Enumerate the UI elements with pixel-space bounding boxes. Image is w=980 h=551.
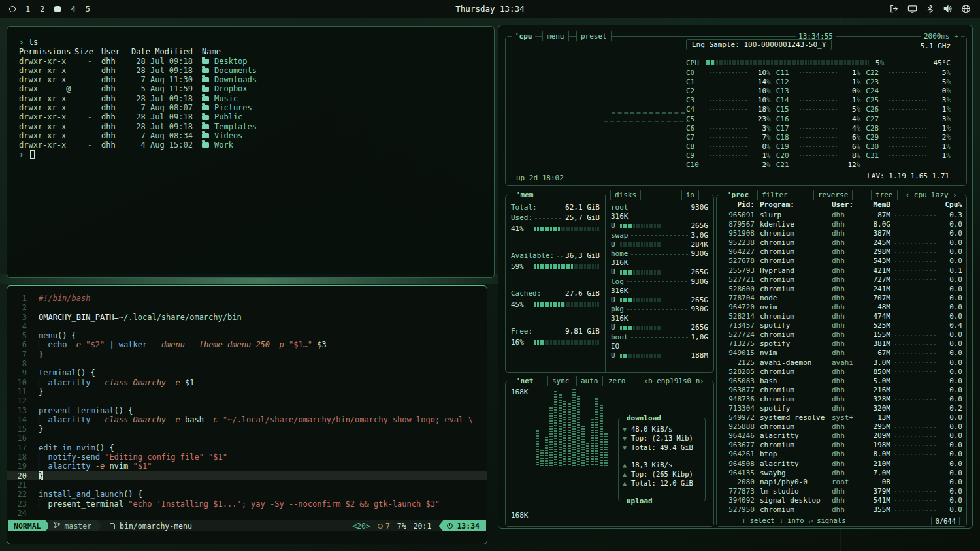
col-header-memb[interactable]: MemB [862, 200, 890, 209]
code-line[interactable]: 22install_and_launch() { [7, 490, 487, 499]
workspace-5[interactable]: 5 [86, 5, 90, 14]
process-row[interactable]: 964261btopdhh8.0M0.0 [721, 450, 962, 459]
process-row[interactable]: 949015nvimdhh67M0.0 [721, 349, 962, 358]
globe-icon[interactable] [961, 4, 971, 14]
code-line[interactable]: 8 [7, 359, 487, 368]
col-header-pid[interactable]: Pid: [721, 200, 755, 209]
process-row[interactable]: 527950chromiumdhh355M0.0 [721, 505, 962, 514]
prompt-icon: › [19, 38, 24, 47]
code-line[interactable]: 2 [7, 303, 487, 312]
code-line[interactable]: 19▏ alacritty -e nvim "$1" [7, 462, 487, 471]
auto-button[interactable]: auto [576, 376, 603, 386]
code-line[interactable]: 17edit_in_nvim() { [7, 443, 487, 452]
code-line[interactable]: 13present_terminal() { [7, 406, 487, 415]
process-row[interactable]: 964508alacrittydhh210M0.0 [721, 460, 962, 469]
process-row[interactable]: 713304spotifydhh320M0.2 [721, 404, 962, 413]
process-row[interactable]: 925888chromiumdhh295M0.0 [721, 422, 962, 432]
code-line[interactable]: 10▏ alacritty --class Omarchy -e $1 [7, 378, 487, 387]
process-row[interactable]: 2125avahi-daemonavahi3.0M0.0 [721, 358, 962, 368]
ls-row: drwxr-xr-x-dhh7 Aug 08:34Videos [19, 131, 494, 140]
code-line[interactable]: 1#!/bin/bash [7, 294, 487, 303]
process-row[interactable]: 394092signal-desktopdhh541M0.0 [721, 496, 962, 505]
code-line[interactable]: 14▏ alacritty --class Omarchy -e bash -c… [7, 415, 487, 424]
update-interval-control[interactable]: 2000ms + [921, 31, 961, 41]
process-row[interactable]: 255793Hyprlanddhh421M0.1 [721, 266, 962, 276]
disk-item: log930G316KU265G [611, 277, 708, 306]
workspace-3-active[interactable] [54, 6, 61, 12]
workspace-4[interactable]: 4 [71, 5, 75, 14]
code-line[interactable]: 18▏ notify-send "Editing config file" "$… [7, 452, 487, 462]
process-row[interactable]: 965091slurpdhh87M0.3 [721, 211, 962, 220]
preset-button[interactable]: preset [576, 31, 612, 41]
interval-plus-button[interactable]: + [954, 32, 958, 40]
ls-row: drwxr-xr-x-dhh7 Aug 11:30Downloads [19, 75, 494, 84]
process-row[interactable]: 778704nodedhh707M0.0 [721, 294, 962, 303]
code-line[interactable]: 16 [7, 433, 487, 443]
select-key[interactable]: ↑ select [742, 516, 775, 524]
shell-input-line[interactable]: › [19, 150, 494, 159]
process-row[interactable]: 527721chromiumdhh727M0.0 [721, 276, 962, 285]
process-row[interactable]: 713275spotifydhh381M0.0 [721, 339, 962, 349]
code-line[interactable]: 24 [7, 509, 487, 518]
process-row[interactable]: 528600chromiumdhh241M0.0 [721, 285, 962, 294]
process-row[interactable]: 952238chromiumdhh245M0.0 [721, 238, 962, 247]
signals-key[interactable]: ↵ signals [809, 516, 846, 524]
bluetooth-icon[interactable] [926, 4, 934, 14]
zero-button[interactable]: zero [604, 376, 630, 386]
code-line[interactable]: 4 [7, 322, 487, 331]
interface-selector[interactable]: ‹b enp191s0 n› [641, 376, 707, 386]
process-row[interactable]: 777873lm-studiodhh379M0.0 [721, 487, 962, 496]
process-row[interactable]: 948736chromiumdhh328M0.0 [721, 395, 962, 404]
process-row[interactable]: 963677chromiumdhh198M0.0 [721, 441, 962, 450]
process-row[interactable]: 964246alacrittydhh209M0.0 [721, 432, 962, 441]
code-line[interactable]: 9terminal() { [7, 368, 487, 377]
logout-icon[interactable] [889, 4, 899, 14]
workspace-2[interactable]: 2 [40, 5, 44, 14]
code-line[interactable]: 23▏ present_terminal "echo 'Installing $… [7, 499, 487, 509]
sync-button[interactable]: sync [547, 376, 574, 386]
process-footer: ↑ select↓ info↵ signals [739, 516, 848, 524]
process-row[interactable]: 2080napi/phy0-0root0B0.0 [721, 478, 962, 487]
code-line[interactable]: 15} [7, 424, 487, 433]
topbar-clock[interactable]: Thursday 13:34 [455, 4, 524, 14]
col-header-cpu[interactable]: Cpu% [940, 200, 962, 209]
reverse-button[interactable]: reverse [813, 190, 853, 200]
info-key[interactable]: ↓ info [779, 516, 804, 524]
process-row[interactable]: 964135swaybgdhh7.0M0.0 [721, 469, 962, 478]
videos-folder-icon [202, 133, 209, 138]
process-row[interactable]: 963877chromiumdhh216M0.0 [721, 386, 962, 395]
filter-button[interactable]: filter [757, 190, 792, 200]
code-line[interactable]: 21 [7, 480, 487, 490]
process-row[interactable]: 527678chromiumdhh543M0.0 [721, 257, 962, 266]
sort-selector[interactable]: ‹ cpu lazy › [903, 190, 960, 200]
download-stats: ▼48,0 KiB/s▼Top: (2,13 Mib)▼Total: 49,4 … [623, 424, 701, 452]
code-line[interactable]: 20} [7, 471, 487, 480]
code-line[interactable]: 12 [7, 396, 487, 405]
workspace-1[interactable]: 1 [25, 5, 30, 14]
process-row[interactable]: 964720nvimdhh48M0.0 [721, 303, 962, 312]
process-row[interactable]: 528214chromiumdhh474M0.0 [721, 312, 962, 321]
workspace-logo[interactable] [9, 6, 16, 12]
process-row[interactable]: 549972systemd-resolvesyst+13M0.0 [721, 413, 962, 422]
process-row[interactable]: 964227chromiumdhh298M0.0 [721, 247, 962, 257]
process-row[interactable]: 528285chromiumdhh850M0.0 [721, 368, 962, 377]
code-line[interactable]: 11} [7, 387, 487, 396]
code-line[interactable]: 7} [7, 350, 487, 359]
process-row[interactable]: 879567kdenlivedhh8.0G0.0 [721, 220, 962, 229]
disks-toggle[interactable]: disks [610, 190, 641, 200]
code-line[interactable]: 5menu() { [7, 331, 487, 340]
process-row[interactable]: 951908chromiumdhh387M0.0 [721, 229, 962, 238]
code-line[interactable]: 6▏ echo -e "$2" | walker --dmenu --theme… [7, 340, 487, 349]
process-row[interactable]: 527724chromiumdhh155M0.0 [721, 330, 962, 339]
process-row[interactable]: 713457spotifydhh525M0.4 [721, 321, 962, 330]
tree-button[interactable]: tree [871, 190, 898, 200]
code-line[interactable]: 3OMARCHY_BIN_PATH=~/.local/share/omarchy… [7, 313, 487, 322]
io-toggle[interactable]: io [681, 190, 699, 200]
statusline: NORMAL master bin/omarchy-menu <20> 7 7%… [8, 520, 486, 531]
process-row[interactable]: 965083bashdhh5.0M0.0 [721, 377, 962, 386]
col-header-program[interactable]: Program: [760, 200, 832, 209]
display-icon[interactable] [907, 4, 917, 14]
volume-icon[interactable] [943, 4, 953, 14]
col-header-user[interactable]: User: [832, 200, 862, 209]
menu-button[interactable]: menu [542, 31, 569, 41]
